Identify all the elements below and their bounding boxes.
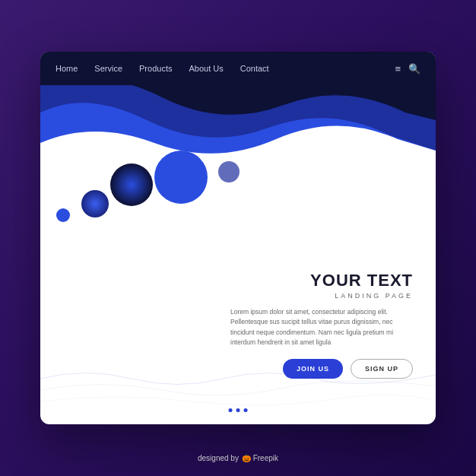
svg-point-0	[81, 190, 109, 217]
hero-subtitle: LANDING PAGE	[230, 292, 413, 300]
navbar: Home Service Products About Us Contact ≡…	[40, 52, 436, 85]
signup-button[interactable]: SIGN UP	[351, 359, 413, 379]
hero-title: YOUR TEXT	[230, 271, 413, 290]
nav-home[interactable]: Home	[56, 64, 78, 73]
footer-designed-by: designed by	[198, 454, 239, 462]
svg-point-2	[154, 151, 208, 204]
nav-products[interactable]: Products	[139, 64, 172, 73]
search-icon[interactable]: 🔍	[408, 63, 420, 75]
page-footer: designed by 🎃 Freepik	[198, 454, 278, 462]
dot-3[interactable]	[244, 408, 248, 412]
footer-brand: 🎃 Freepik	[242, 454, 278, 462]
nav-contact[interactable]: Contact	[240, 64, 269, 73]
menu-icon[interactable]: ≡	[395, 63, 401, 75]
join-button[interactable]: JOIN US	[283, 359, 343, 379]
nav-service[interactable]: Service	[94, 64, 122, 73]
nav-links: Home Service Products About Us Contact	[56, 64, 395, 73]
hero-buttons: JOIN US SIGN UP	[230, 359, 413, 379]
dot-1[interactable]	[229, 408, 233, 412]
svg-point-3	[56, 208, 70, 222]
svg-point-4	[218, 161, 240, 182]
hero-content: YOUR TEXT LANDING PAGE Lorem ipsum dolor…	[230, 271, 413, 379]
svg-point-1	[110, 163, 153, 206]
dot-2[interactable]	[236, 408, 240, 412]
landing-card: Home Service Products About Us Contact ≡…	[40, 52, 436, 424]
pagination-dots	[229, 408, 248, 412]
nav-icon-group: ≡ 🔍	[395, 63, 420, 75]
hero-body: Lorem ipsum dolor sit amet, consectetur …	[230, 307, 413, 348]
nav-about[interactable]: About Us	[189, 64, 223, 73]
